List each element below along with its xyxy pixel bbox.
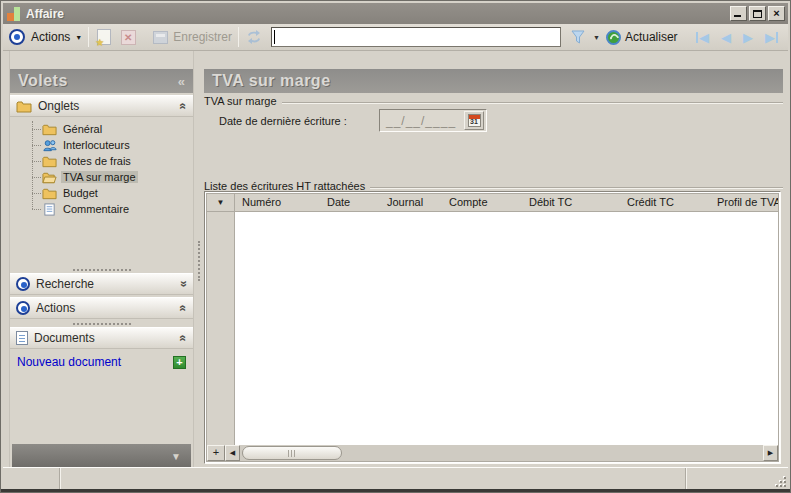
form-group-label: TVA sur marge <box>204 95 783 107</box>
refresh-button[interactable]: Actualiser <box>625 30 678 44</box>
title-bar: Affaire × <box>3 3 788 24</box>
page-title: TVA sur marge <box>212 72 331 90</box>
close-button[interactable]: × <box>768 6 785 21</box>
row-selector-header[interactable]: ▼ <box>207 194 235 211</box>
next-record-icon[interactable]: ▶ <box>743 31 753 44</box>
expand-group-icon[interactable]: « <box>177 281 191 288</box>
tree-item-notes-de-frais[interactable]: Notes de frais <box>24 153 193 169</box>
row-indicator-column <box>207 212 235 445</box>
affaire-window: Affaire × Actions ▼ ★ ✕ Enregistrer <box>0 0 791 493</box>
folder-closed-icon <box>42 155 57 168</box>
volets-header: Volets « <box>10 69 193 93</box>
save-button[interactable] <box>151 28 169 46</box>
actions-title: Actions <box>36 301 75 315</box>
folder-open-icon <box>42 171 57 184</box>
add-document-button[interactable]: + <box>173 356 186 369</box>
new-document-link[interactable]: Nouveau document <box>17 355 121 369</box>
table-hscrollbar: + ◀ ▶ <box>207 445 778 461</box>
column-header-compte[interactable]: Compte <box>442 194 522 211</box>
table-body[interactable] <box>207 212 778 445</box>
collapse-group-icon[interactable]: « <box>177 305 191 312</box>
ecritures-table: ▼ Numéro Date Journal Compte Débit TC Cr… <box>204 191 781 464</box>
app-icon <box>6 6 22 22</box>
maximize-button[interactable] <box>749 6 766 21</box>
column-header-journal[interactable]: Journal <box>380 194 442 211</box>
toolbar-separator <box>88 27 89 47</box>
documents-group-header[interactable]: Documents « <box>10 327 193 349</box>
volets-title: Volets <box>18 72 68 90</box>
actions-target-icon <box>9 29 25 45</box>
onglets-group-header[interactable]: Onglets « <box>10 95 193 117</box>
tree-item-tva-sur-marge[interactable]: TVA sur marge <box>24 169 193 185</box>
collapse-sidebar-icon[interactable]: « <box>178 74 185 89</box>
new-document-row: Nouveau document + <box>10 353 193 371</box>
search-input[interactable] <box>272 28 560 46</box>
footer-chevron-down-icon: ▼ <box>171 451 181 462</box>
column-header-profil-de-tva[interactable]: Profil de TVA <box>710 194 778 211</box>
refresh-icon <box>606 30 621 45</box>
minimize-button[interactable] <box>730 6 747 21</box>
collapse-group-icon[interactable]: « <box>177 335 191 342</box>
column-header-date[interactable]: Date <box>320 194 380 211</box>
status-panel-1 <box>3 468 60 489</box>
hscroll-thumb[interactable] <box>242 446 342 460</box>
last-record-icon[interactable]: ▶ <box>765 31 778 44</box>
date-input[interactable]: __/__/____ <box>382 114 464 128</box>
toolbar: Actions ▼ ★ ✕ Enregistrer <box>3 24 788 51</box>
resize-grip[interactable] <box>774 475 786 487</box>
sidebar-volets: Volets « Onglets « Général <box>9 51 194 469</box>
record-navigation: ◀ ◀ ▶ ▶ <box>696 31 782 44</box>
status-panel-2 <box>60 468 686 489</box>
date-field: __/__/____ 31 <box>379 109 487 132</box>
add-row-button[interactable]: + <box>207 445 225 461</box>
status-bar <box>3 467 788 489</box>
actions-menu-button[interactable]: Actions ▼ <box>31 30 82 44</box>
documents-icon <box>16 331 28 345</box>
folder-closed-icon <box>42 187 57 200</box>
onglets-tree: Général Interlocuteurs Notes de frais <box>10 119 193 265</box>
date-field-label: Date de dernière écriture : <box>219 115 347 127</box>
text-caret <box>274 30 275 44</box>
onglets-title: Onglets <box>38 99 79 113</box>
sidebar-splitter[interactable] <box>194 51 204 469</box>
calendar-button[interactable]: 31 <box>464 111 484 130</box>
filter-funnel-icon <box>570 29 586 45</box>
calendar-icon: 31 <box>468 114 481 127</box>
column-header-credit-tc[interactable]: Crédit TC <box>620 194 710 211</box>
delete-button[interactable]: ✕ <box>119 28 137 46</box>
column-header-numero[interactable]: Numéro <box>235 194 320 211</box>
previous-record-icon[interactable]: ◀ <box>721 31 731 44</box>
page-title-band: TVA sur marge <box>204 69 783 93</box>
first-record-icon[interactable]: ◀ <box>696 31 709 44</box>
scroll-right-icon[interactable]: ▶ <box>763 445 778 461</box>
document-icon <box>42 203 57 216</box>
documents-title: Documents <box>34 331 95 345</box>
tree-item-interlocuteurs[interactable]: Interlocuteurs <box>24 137 193 153</box>
tree-item-commentaire[interactable]: Commentaire <box>24 201 193 217</box>
table-header-row: ▼ Numéro Date Journal Compte Débit TC Cr… <box>207 194 778 212</box>
save-button-label[interactable]: Enregistrer <box>173 30 232 44</box>
people-icon <box>42 139 57 152</box>
collapse-group-icon[interactable]: « <box>177 103 191 110</box>
recherche-icon <box>16 277 30 291</box>
filter-dropdown-icon[interactable]: ▼ <box>593 34 600 41</box>
actions-label: Actions <box>31 30 70 44</box>
delete-icon: ✕ <box>121 30 136 45</box>
column-header-debit-tc[interactable]: Débit TC <box>522 194 620 211</box>
toolbar-separator <box>238 27 239 47</box>
recherche-group-header[interactable]: Recherche « <box>10 273 193 295</box>
filter-button[interactable] <box>569 28 587 46</box>
actions-group-header[interactable]: Actions « <box>10 297 193 319</box>
save-icon <box>153 31 168 44</box>
tree-item-budget[interactable]: Budget <box>24 185 193 201</box>
actions-section-icon <box>16 301 30 315</box>
tree-item-general[interactable]: Général <box>24 121 193 137</box>
status-panel-3 <box>686 468 788 489</box>
sidebar-footer-bar[interactable]: ▼ <box>12 444 191 468</box>
main-content: TVA sur marge TVA sur marge Date de dern… <box>204 51 783 469</box>
sync-button[interactable] <box>245 28 263 46</box>
sync-icon <box>245 29 263 45</box>
recherche-title: Recherche <box>36 277 94 291</box>
scroll-left-icon[interactable]: ◀ <box>225 445 240 461</box>
new-document-button[interactable]: ★ <box>95 28 113 46</box>
